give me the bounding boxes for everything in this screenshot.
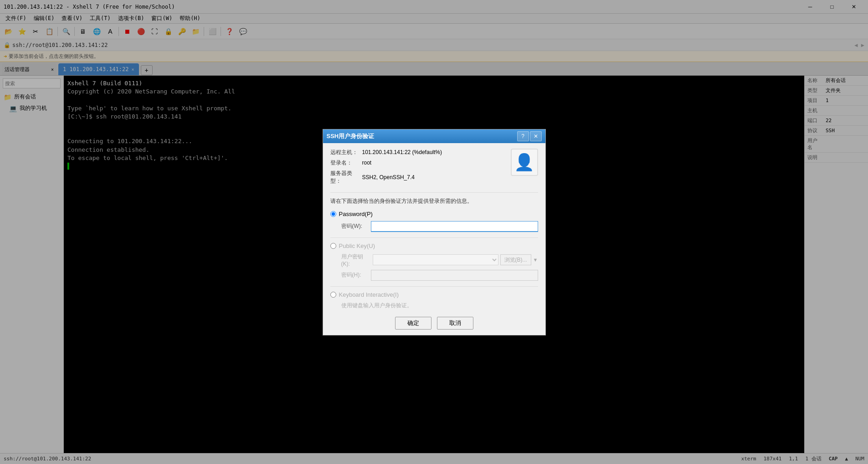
server-type-value: SSH2, OpenSSH_7.4 xyxy=(362,174,507,180)
pubkey-radio-row: Public Key(U) xyxy=(330,242,538,249)
keyboard-label[interactable]: Keyboard Interactive(I) xyxy=(339,291,399,298)
ok-button[interactable]: 确定 xyxy=(395,317,431,330)
dialog-login-row: 登录名： root xyxy=(330,159,507,167)
keyboard-desc: 使用键盘输入用户身份验证。 xyxy=(341,302,538,309)
password-input[interactable] xyxy=(371,221,538,232)
password-label[interactable]: Password(P) xyxy=(339,211,373,217)
password-radio-row: Password(P) xyxy=(330,211,538,217)
dialog-sep-3 xyxy=(330,286,538,287)
password-section: Password(P) 密码(W): xyxy=(330,211,538,232)
dialog-title-text: SSH用户身份验证 xyxy=(327,132,375,140)
dialog-overlay: SSH用户身份验证 ? ✕ 远程主机： 101.200.143.141:22 (… xyxy=(0,0,868,464)
dialog-help-btn[interactable]: ? xyxy=(517,131,529,141)
passphrase-row: 密码(H): xyxy=(341,270,538,281)
dialog-info-section: 远程主机： 101.200.143.141:22 (%default%) 登录名… xyxy=(330,149,538,188)
browse-button[interactable]: 浏览(B)... xyxy=(500,254,531,265)
dialog-remote-host-row: 远程主机： 101.200.143.141:22 (%default%) xyxy=(330,149,507,156)
public-key-label[interactable]: Public Key(U) xyxy=(339,242,375,249)
dialog-body: 远程主机： 101.200.143.141:22 (%default%) 登录名… xyxy=(323,143,545,309)
dialog-close-btn[interactable]: ✕ xyxy=(530,131,542,141)
dropdown-icon: ▼ xyxy=(533,257,538,263)
password-field-label: 密码(W): xyxy=(341,222,371,230)
user-avatar: 👤 xyxy=(511,149,538,176)
public-key-section: Public Key(U) 用户密钥(K): 浏览(B)... ▼ 密码(H): xyxy=(330,242,538,281)
password-radio[interactable] xyxy=(330,211,336,217)
login-label: 登录名： xyxy=(330,159,362,167)
keyboard-radio[interactable] xyxy=(330,292,336,298)
user-key-select[interactable] xyxy=(373,254,498,265)
keyboard-section: Keyboard Interactive(I) 使用键盘输入用户身份验证。 xyxy=(330,291,538,309)
dialog-sep-2 xyxy=(330,237,538,238)
user-key-label: 用户密钥(K): xyxy=(341,253,371,267)
remote-host-label: 远程主机： xyxy=(330,149,362,156)
user-key-row: 用户密钥(K): 浏览(B)... ▼ xyxy=(341,253,538,267)
auth-dialog: SSH用户身份验证 ? ✕ 远程主机： 101.200.143.141:22 (… xyxy=(323,129,546,335)
keyboard-radio-row: Keyboard Interactive(I) xyxy=(330,291,538,298)
remote-host-value: 101.200.143.141:22 (%default%) xyxy=(362,149,507,155)
dialog-sep-1 xyxy=(330,192,538,193)
cancel-button[interactable]: 取消 xyxy=(437,317,473,330)
public-key-radio[interactable] xyxy=(330,243,336,249)
passphrase-input[interactable] xyxy=(371,270,538,281)
dialog-buttons: 确定 取消 xyxy=(323,311,545,335)
dialog-description: 请在下面选择恰当的身份验证方法并提供登录所需的信息。 xyxy=(330,197,538,205)
avatar-icon: 👤 xyxy=(514,153,534,172)
server-type-label: 服务器类型： xyxy=(330,170,362,185)
dialog-title-bar: SSH用户身份验证 ? ✕ xyxy=(323,129,545,143)
dialog-info-fields: 远程主机： 101.200.143.141:22 (%default%) 登录名… xyxy=(330,149,507,188)
login-value: root xyxy=(362,160,507,166)
passphrase-label: 密码(H): xyxy=(341,271,371,279)
password-field-row: 密码(W): xyxy=(341,221,538,232)
dialog-server-type-row: 服务器类型： SSH2, OpenSSH_7.4 xyxy=(330,170,507,185)
